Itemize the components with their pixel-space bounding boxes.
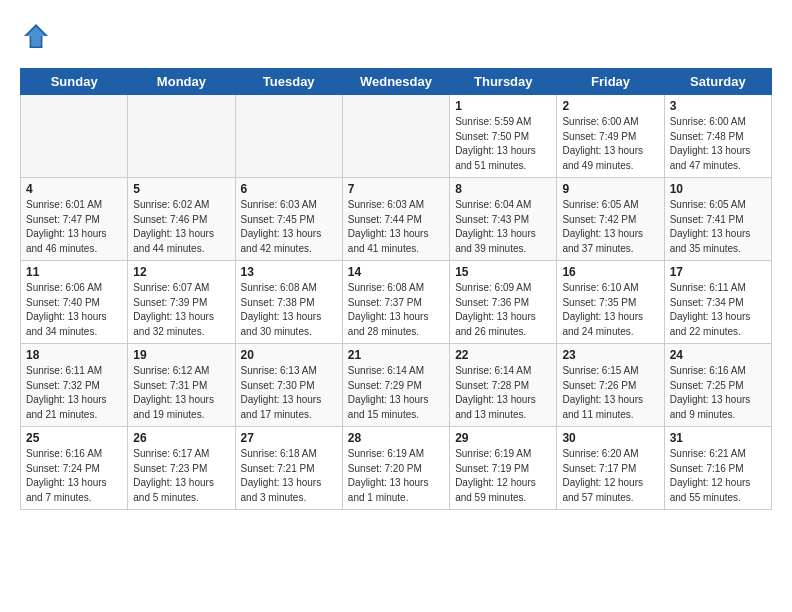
day-detail: Sunrise: 6:15 AM Sunset: 7:26 PM Dayligh… — [562, 364, 658, 422]
calendar-cell: 25Sunrise: 6:16 AM Sunset: 7:24 PM Dayli… — [21, 427, 128, 510]
calendar-cell: 20Sunrise: 6:13 AM Sunset: 7:30 PM Dayli… — [235, 344, 342, 427]
day-detail: Sunrise: 6:01 AM Sunset: 7:47 PM Dayligh… — [26, 198, 122, 256]
day-number: 3 — [670, 99, 766, 113]
calendar-cell: 18Sunrise: 6:11 AM Sunset: 7:32 PM Dayli… — [21, 344, 128, 427]
day-detail: Sunrise: 6:21 AM Sunset: 7:16 PM Dayligh… — [670, 447, 766, 505]
day-number: 4 — [26, 182, 122, 196]
calendar-cell: 24Sunrise: 6:16 AM Sunset: 7:25 PM Dayli… — [664, 344, 771, 427]
day-number: 11 — [26, 265, 122, 279]
day-number: 20 — [241, 348, 337, 362]
calendar-cell: 14Sunrise: 6:08 AM Sunset: 7:37 PM Dayli… — [342, 261, 449, 344]
day-number: 13 — [241, 265, 337, 279]
day-header-sunday: Sunday — [21, 69, 128, 95]
logo-icon — [20, 20, 52, 52]
day-number: 14 — [348, 265, 444, 279]
day-number: 12 — [133, 265, 229, 279]
day-detail: Sunrise: 6:16 AM Sunset: 7:24 PM Dayligh… — [26, 447, 122, 505]
calendar-cell: 21Sunrise: 6:14 AM Sunset: 7:29 PM Dayli… — [342, 344, 449, 427]
calendar-cell: 26Sunrise: 6:17 AM Sunset: 7:23 PM Dayli… — [128, 427, 235, 510]
calendar-cell: 6Sunrise: 6:03 AM Sunset: 7:45 PM Daylig… — [235, 178, 342, 261]
day-detail: Sunrise: 6:05 AM Sunset: 7:41 PM Dayligh… — [670, 198, 766, 256]
calendar-cell: 15Sunrise: 6:09 AM Sunset: 7:36 PM Dayli… — [450, 261, 557, 344]
day-number: 25 — [26, 431, 122, 445]
calendar-cell: 2Sunrise: 6:00 AM Sunset: 7:49 PM Daylig… — [557, 95, 664, 178]
calendar-cell: 10Sunrise: 6:05 AM Sunset: 7:41 PM Dayli… — [664, 178, 771, 261]
day-detail: Sunrise: 6:06 AM Sunset: 7:40 PM Dayligh… — [26, 281, 122, 339]
calendar-cell — [128, 95, 235, 178]
calendar-cell: 3Sunrise: 6:00 AM Sunset: 7:48 PM Daylig… — [664, 95, 771, 178]
day-number: 2 — [562, 99, 658, 113]
day-detail: Sunrise: 5:59 AM Sunset: 7:50 PM Dayligh… — [455, 115, 551, 173]
day-number: 28 — [348, 431, 444, 445]
day-number: 6 — [241, 182, 337, 196]
calendar-cell: 19Sunrise: 6:12 AM Sunset: 7:31 PM Dayli… — [128, 344, 235, 427]
day-header-monday: Monday — [128, 69, 235, 95]
calendar-cell: 4Sunrise: 6:01 AM Sunset: 7:47 PM Daylig… — [21, 178, 128, 261]
svg-marker-1 — [26, 26, 45, 46]
calendar-cell: 31Sunrise: 6:21 AM Sunset: 7:16 PM Dayli… — [664, 427, 771, 510]
calendar-cell: 28Sunrise: 6:19 AM Sunset: 7:20 PM Dayli… — [342, 427, 449, 510]
day-number: 29 — [455, 431, 551, 445]
day-detail: Sunrise: 6:02 AM Sunset: 7:46 PM Dayligh… — [133, 198, 229, 256]
day-detail: Sunrise: 6:14 AM Sunset: 7:28 PM Dayligh… — [455, 364, 551, 422]
day-number: 16 — [562, 265, 658, 279]
day-header-tuesday: Tuesday — [235, 69, 342, 95]
day-header-wednesday: Wednesday — [342, 69, 449, 95]
day-detail: Sunrise: 6:00 AM Sunset: 7:49 PM Dayligh… — [562, 115, 658, 173]
calendar-week-4: 18Sunrise: 6:11 AM Sunset: 7:32 PM Dayli… — [21, 344, 772, 427]
day-number: 26 — [133, 431, 229, 445]
day-detail: Sunrise: 6:20 AM Sunset: 7:17 PM Dayligh… — [562, 447, 658, 505]
day-detail: Sunrise: 6:19 AM Sunset: 7:20 PM Dayligh… — [348, 447, 444, 505]
day-detail: Sunrise: 6:18 AM Sunset: 7:21 PM Dayligh… — [241, 447, 337, 505]
calendar-cell: 1Sunrise: 5:59 AM Sunset: 7:50 PM Daylig… — [450, 95, 557, 178]
day-detail: Sunrise: 6:09 AM Sunset: 7:36 PM Dayligh… — [455, 281, 551, 339]
calendar-cell: 8Sunrise: 6:04 AM Sunset: 7:43 PM Daylig… — [450, 178, 557, 261]
day-header-friday: Friday — [557, 69, 664, 95]
calendar-cell: 11Sunrise: 6:06 AM Sunset: 7:40 PM Dayli… — [21, 261, 128, 344]
day-header-thursday: Thursday — [450, 69, 557, 95]
day-number: 24 — [670, 348, 766, 362]
calendar-week-2: 4Sunrise: 6:01 AM Sunset: 7:47 PM Daylig… — [21, 178, 772, 261]
day-detail: Sunrise: 6:03 AM Sunset: 7:44 PM Dayligh… — [348, 198, 444, 256]
day-number: 19 — [133, 348, 229, 362]
day-number: 21 — [348, 348, 444, 362]
day-detail: Sunrise: 6:04 AM Sunset: 7:43 PM Dayligh… — [455, 198, 551, 256]
calendar-week-3: 11Sunrise: 6:06 AM Sunset: 7:40 PM Dayli… — [21, 261, 772, 344]
day-detail: Sunrise: 6:19 AM Sunset: 7:19 PM Dayligh… — [455, 447, 551, 505]
calendar-cell: 5Sunrise: 6:02 AM Sunset: 7:46 PM Daylig… — [128, 178, 235, 261]
day-number: 9 — [562, 182, 658, 196]
calendar-cell: 12Sunrise: 6:07 AM Sunset: 7:39 PM Dayli… — [128, 261, 235, 344]
day-detail: Sunrise: 6:00 AM Sunset: 7:48 PM Dayligh… — [670, 115, 766, 173]
day-detail: Sunrise: 6:16 AM Sunset: 7:25 PM Dayligh… — [670, 364, 766, 422]
calendar-cell — [21, 95, 128, 178]
day-detail: Sunrise: 6:12 AM Sunset: 7:31 PM Dayligh… — [133, 364, 229, 422]
day-number: 15 — [455, 265, 551, 279]
calendar-cell: 22Sunrise: 6:14 AM Sunset: 7:28 PM Dayli… — [450, 344, 557, 427]
day-detail: Sunrise: 6:11 AM Sunset: 7:32 PM Dayligh… — [26, 364, 122, 422]
day-detail: Sunrise: 6:11 AM Sunset: 7:34 PM Dayligh… — [670, 281, 766, 339]
calendar-header-row: SundayMondayTuesdayWednesdayThursdayFrid… — [21, 69, 772, 95]
calendar-week-1: 1Sunrise: 5:59 AM Sunset: 7:50 PM Daylig… — [21, 95, 772, 178]
day-detail: Sunrise: 6:13 AM Sunset: 7:30 PM Dayligh… — [241, 364, 337, 422]
calendar-cell: 29Sunrise: 6:19 AM Sunset: 7:19 PM Dayli… — [450, 427, 557, 510]
day-number: 17 — [670, 265, 766, 279]
day-number: 5 — [133, 182, 229, 196]
day-number: 18 — [26, 348, 122, 362]
calendar-cell — [342, 95, 449, 178]
day-number: 27 — [241, 431, 337, 445]
calendar-cell: 9Sunrise: 6:05 AM Sunset: 7:42 PM Daylig… — [557, 178, 664, 261]
page-header — [20, 20, 772, 52]
day-detail: Sunrise: 6:08 AM Sunset: 7:38 PM Dayligh… — [241, 281, 337, 339]
day-number: 10 — [670, 182, 766, 196]
day-number: 22 — [455, 348, 551, 362]
calendar-cell: 30Sunrise: 6:20 AM Sunset: 7:17 PM Dayli… — [557, 427, 664, 510]
day-detail: Sunrise: 6:05 AM Sunset: 7:42 PM Dayligh… — [562, 198, 658, 256]
calendar-table: SundayMondayTuesdayWednesdayThursdayFrid… — [20, 68, 772, 510]
day-header-saturday: Saturday — [664, 69, 771, 95]
day-detail: Sunrise: 6:10 AM Sunset: 7:35 PM Dayligh… — [562, 281, 658, 339]
calendar-cell: 23Sunrise: 6:15 AM Sunset: 7:26 PM Dayli… — [557, 344, 664, 427]
day-detail: Sunrise: 6:08 AM Sunset: 7:37 PM Dayligh… — [348, 281, 444, 339]
calendar-body: 1Sunrise: 5:59 AM Sunset: 7:50 PM Daylig… — [21, 95, 772, 510]
day-number: 23 — [562, 348, 658, 362]
calendar-cell: 27Sunrise: 6:18 AM Sunset: 7:21 PM Dayli… — [235, 427, 342, 510]
